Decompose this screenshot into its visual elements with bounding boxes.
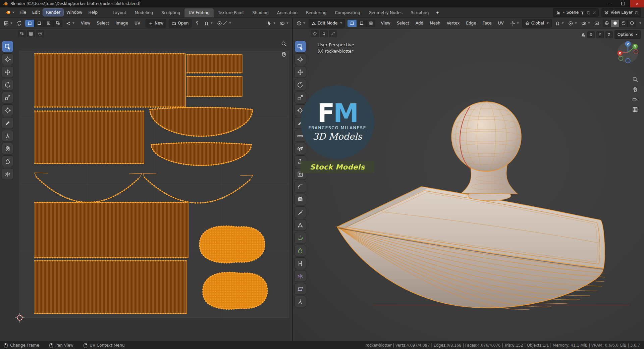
shading-material[interactable]: [620, 20, 628, 27]
menu-render[interactable]: Render: [43, 9, 63, 16]
mode-dropdown[interactable]: Edit Mode: [309, 19, 345, 28]
new-image-button[interactable]: New: [146, 19, 166, 28]
workspace-tab-geometry-nodes[interactable]: Geometry Nodes: [365, 8, 407, 17]
uv-proportional-edit-dropdown[interactable]: [216, 20, 232, 27]
minimize-button[interactable]: [602, 0, 616, 7]
vp-menu-view[interactable]: View: [378, 19, 393, 27]
vp-option-toggle-3[interactable]: [329, 30, 337, 37]
view-layer-selector[interactable]: View Layer: [601, 8, 641, 17]
uv-tool-rip-region[interactable]: [2, 130, 13, 141]
workspace-tab-compositing[interactable]: Compositing: [331, 8, 364, 17]
uv-menu-uv[interactable]: UV: [131, 19, 143, 27]
vp-tool-shear[interactable]: [295, 283, 306, 294]
navigation-gizmo[interactable]: Z X Y: [616, 40, 640, 64]
pan-hand-icon[interactable]: [632, 87, 638, 92]
menu-window[interactable]: Window: [63, 9, 85, 16]
vp-menu-vertex[interactable]: Vertex: [444, 19, 463, 27]
uv-tool-cursor[interactable]: [2, 54, 13, 65]
uv-menu-view[interactable]: View: [78, 19, 93, 27]
shading-wireframe[interactable]: [603, 20, 611, 27]
workspace-tab-uv-editing[interactable]: UV Editing: [184, 8, 214, 17]
vp-menu-edge[interactable]: Edge: [463, 19, 479, 27]
vp-tool-cursor[interactable]: [295, 54, 306, 65]
new-view-layer-icon[interactable]: [634, 10, 639, 15]
vp-tool-edge-slide[interactable]: [295, 258, 306, 269]
open-image-button[interactable]: Open: [169, 19, 192, 28]
workspace-tab-rendering[interactable]: Rendering: [302, 8, 330, 17]
add-workspace-button[interactable]: +: [433, 8, 442, 17]
uv-tool-pinch[interactable]: [2, 168, 13, 180]
vp-tool-bevel[interactable]: [295, 181, 306, 192]
pin-image-button[interactable]: [194, 20, 201, 26]
select-mode-face[interactable]: [366, 20, 375, 27]
vp-menu-mesh[interactable]: Mesh: [427, 19, 443, 27]
vp-tool-shrink-fatten[interactable]: [295, 270, 306, 282]
uv-menu-image[interactable]: Image: [113, 19, 131, 27]
vp-menu-face[interactable]: Face: [480, 19, 495, 27]
mirror-x-toggle[interactable]: X: [587, 31, 595, 38]
uv-option-toggle-3[interactable]: [36, 30, 44, 37]
pin-icon[interactable]: [580, 10, 585, 15]
snapping-dropdown[interactable]: [554, 20, 565, 27]
uv-snapping-dropdown[interactable]: [203, 20, 214, 27]
maximize-button[interactable]: [616, 0, 630, 7]
workspace-tab-shading[interactable]: Shading: [248, 8, 273, 17]
unlink-scene-icon[interactable]: [592, 11, 596, 14]
vp-tool-spin[interactable]: [295, 232, 306, 243]
uv-sync-selection-toggle[interactable]: [16, 20, 23, 27]
vp-menu-add[interactable]: Add: [413, 19, 426, 27]
shading-solid[interactable]: [611, 20, 619, 27]
vp-tool-poly-build[interactable]: [295, 219, 306, 231]
vp-tool-select-box[interactable]: [295, 41, 306, 52]
uv-tool-transform[interactable]: [2, 105, 13, 116]
options-dropdown[interactable]: Options: [614, 30, 641, 39]
uv-overlays-dropdown[interactable]: [279, 20, 289, 27]
xray-toggle[interactable]: [593, 20, 600, 27]
uv-tool-relax[interactable]: [2, 156, 13, 167]
workspace-tab-layout[interactable]: Layout: [109, 8, 130, 17]
vp-tool-knife[interactable]: [295, 207, 306, 218]
blender-menu-button[interactable]: [3, 10, 16, 15]
uv-gizmo-dropdown[interactable]: [266, 20, 276, 26]
uv-select-mode-face[interactable]: [44, 20, 53, 27]
workspace-tab-scripting[interactable]: Scripting: [407, 8, 433, 17]
editor-type-selector[interactable]: [296, 20, 306, 27]
zoom-icon[interactable]: [281, 41, 287, 47]
vp-tool-rip-region[interactable]: [295, 296, 306, 307]
menu-help[interactable]: Help: [85, 9, 100, 16]
orientation-dropdown[interactable]: Global: [522, 19, 552, 28]
close-button[interactable]: [630, 0, 644, 7]
uv-option-toggle-2[interactable]: [27, 30, 35, 37]
uv-sticky-select-dropdown[interactable]: [65, 20, 75, 27]
select-mode-edge[interactable]: [357, 20, 366, 27]
proportional-edit-dropdown[interactable]: [567, 20, 578, 27]
orthographic-grid-icon[interactable]: [632, 107, 638, 112]
uv-option-toggle-1[interactable]: [18, 30, 26, 37]
vp-option-toggle-2[interactable]: [320, 30, 328, 37]
uv-tool-rotate[interactable]: [2, 79, 13, 90]
uv-select-mode-edge[interactable]: [35, 20, 44, 27]
workspace-tab-modeling[interactable]: Modeling: [131, 8, 157, 17]
vp-menu-select[interactable]: Select: [394, 19, 412, 27]
viewport-canvas[interactable]: .rib{stroke:#e18c28;stroke-width:1.1;fil…: [293, 29, 644, 341]
mirror-z-toggle[interactable]: Z: [605, 31, 613, 38]
select-mode-vertex[interactable]: [347, 20, 357, 27]
workspace-tab-texture-paint[interactable]: Texture Paint: [214, 8, 248, 17]
overlays-dropdown[interactable]: [580, 20, 591, 27]
workspace-tab-animation[interactable]: Animation: [273, 8, 302, 17]
vp-tool-smooth[interactable]: [295, 245, 306, 256]
uv-tool-grab[interactable]: [2, 143, 13, 154]
camera-view-icon[interactable]: [632, 97, 638, 102]
editor-type-selector[interactable]: [3, 20, 13, 27]
uv-select-mode-vertex[interactable]: [25, 20, 34, 27]
workspace-tab-sculpting[interactable]: Sculpting: [157, 8, 184, 17]
uv-tool-annotate[interactable]: [2, 117, 13, 129]
uv-canvas[interactable]: .uvfill{fill:url(#pv);stroke:#ff9d23;str…: [0, 29, 292, 341]
mirror-y-toggle[interactable]: Y: [596, 31, 604, 38]
vp-menu-uv[interactable]: UV: [495, 19, 507, 27]
pivot-point-dropdown[interactable]: [509, 20, 520, 27]
uv-select-mode-island[interactable]: [53, 20, 62, 27]
pan-hand-icon[interactable]: [281, 51, 287, 57]
chevron-down-icon[interactable]: [639, 22, 641, 24]
zoom-icon[interactable]: [632, 77, 638, 82]
